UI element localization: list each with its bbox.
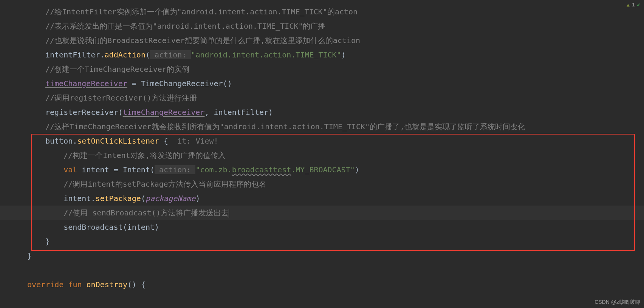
code-text: ( [141, 194, 146, 203]
text-caret [229, 209, 229, 218]
code-text: registerReceiver( [45, 108, 123, 117]
code-text: () { [127, 280, 146, 289]
code-comment: //也就是说我们的BroadcastReceiver想要简单的是什么广播,就在这… [45, 36, 360, 45]
code-text: button. [45, 136, 77, 145]
code-editor[interactable]: //给IntentFilter实例添加一个值为"android.intent.a… [0, 5, 525, 292]
code-string: .MY_BROADCAST" [291, 165, 355, 174]
code-string: "com.zb. [195, 165, 232, 174]
code-string-warning: broadcasttest [232, 165, 291, 174]
code-text: , intentFilter) [204, 108, 273, 117]
inspection-status[interactable]: ▲ 1 ✔ [627, 2, 640, 8]
warning-count: 1 [632, 2, 635, 8]
parameter-hint: action: [155, 165, 195, 174]
parameter-hint: action: [150, 50, 191, 59]
code-text: intent = Intent( [77, 165, 155, 174]
code-comment: //给IntentFilter实例添加一个值为"android.intent.a… [45, 7, 358, 16]
code-text: intentFilter. [45, 50, 105, 59]
code-text: = TimeChangeReceiver() [127, 79, 232, 88]
code-brace: } [27, 251, 32, 260]
code-comment: //调用registerReceiver()方法进行注册 [45, 93, 197, 102]
code-text: ( [146, 50, 150, 59]
code-comment: //使用 sendBroadcast()方法将广播发送出去 [63, 208, 229, 217]
code-field: timeChangeReceiver [123, 108, 205, 117]
code-fn: setPackage [95, 194, 141, 203]
code-comment: //创建一个TimeChangeReceiver的实例 [45, 65, 189, 74]
code-brace: } [45, 237, 50, 246]
code-comment: //这样TimeChangeReceiver就会接收到所有值为"android.… [45, 122, 525, 131]
code-text: intent. [63, 194, 95, 203]
code-text: sendBroadcast(intent) [63, 223, 159, 232]
code-text: { [159, 136, 168, 145]
code-field: timeChangeReceiver [45, 79, 127, 88]
parameter-hint: it: View! [168, 136, 218, 145]
code-text: ) [341, 50, 346, 59]
code-text: ) [195, 194, 200, 203]
code-text: ) [355, 165, 359, 174]
code-keyword: val [63, 165, 77, 174]
warning-icon: ▲ [627, 2, 630, 8]
code-keyword: fun [68, 280, 82, 289]
check-icon: ✔ [637, 2, 640, 8]
watermark: CSDN @z啵唧啵唧 [594, 299, 640, 306]
code-property: packageName [146, 194, 195, 203]
code-comment: //构建一个Intent对象,将发送的广播的值传入 [63, 151, 225, 160]
code-fn: onDestroy [87, 280, 127, 289]
code-keyword: override [27, 280, 63, 289]
code-fn: addAction [105, 50, 146, 59]
code-fn: setOnClickListener [77, 136, 159, 145]
code-string: "android.intent.action.TIME_TICK" [191, 50, 341, 59]
code-comment: //调用intent的setPackage方法传入当前应用程序的包名 [63, 180, 266, 189]
code-comment: //表示系统发出的正是一条值为"android.intent.action.TI… [45, 22, 325, 31]
